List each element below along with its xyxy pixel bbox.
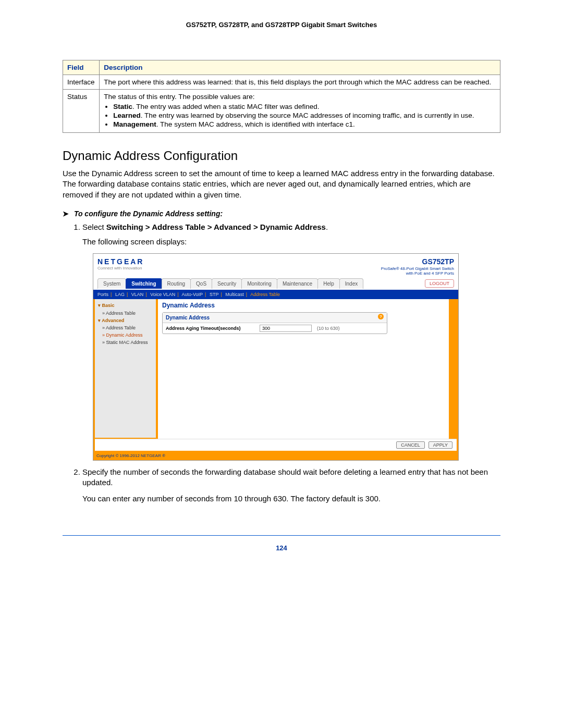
document-header: GS752TP, GS728TP, and GS728TPP Gigabit S… bbox=[63, 21, 500, 29]
section-heading: Dynamic Address Configuration bbox=[63, 149, 500, 163]
content-title: Dynamic Address bbox=[158, 299, 449, 312]
sidemenu-adv-address-table[interactable]: » Address Table bbox=[102, 325, 153, 331]
status-intro: The status of this entry. The possible v… bbox=[104, 93, 254, 101]
dynamic-address-panel: Dynamic Address ? Address Aging Timeout(… bbox=[162, 312, 387, 335]
aging-timeout-label: Address Aging Timeout(seconds) bbox=[166, 325, 260, 331]
sub-navigation: Ports| LAG| VLAN| Voice VLAN| Auto-VoIP|… bbox=[93, 290, 458, 299]
content-area: Dynamic Address Dynamic Address ? Addres… bbox=[158, 299, 449, 439]
step-1-after: The following screen displays: bbox=[82, 237, 500, 247]
subnav-multicast[interactable]: Multicast bbox=[225, 292, 244, 297]
aging-timeout-input[interactable] bbox=[260, 325, 312, 332]
arrow-icon: ➤ bbox=[63, 209, 69, 218]
subnav-ports[interactable]: Ports bbox=[97, 292, 108, 297]
status-bullet: Management. The system MAC address, whic… bbox=[113, 120, 496, 128]
sidemenu-advanced[interactable]: ▾ Advanced bbox=[98, 317, 153, 324]
step-2: Specify the number of seconds the forwar… bbox=[82, 467, 500, 504]
cell-field: Interface bbox=[63, 75, 100, 90]
tab-security[interactable]: Security bbox=[212, 278, 242, 289]
subnav-lag[interactable]: LAG bbox=[115, 292, 125, 297]
tab-monitoring[interactable]: Monitoring bbox=[241, 278, 277, 289]
status-bullet: Static. The entry was added when a stati… bbox=[113, 103, 496, 110]
tab-index[interactable]: Index bbox=[339, 278, 363, 289]
sidemenu-address-table[interactable]: » Address Table bbox=[102, 310, 153, 316]
subnav-address-table[interactable]: Address Table bbox=[250, 292, 280, 297]
cell-desc: The status of this entry. The possible v… bbox=[100, 90, 500, 133]
logout-button[interactable]: LOGOUT bbox=[425, 279, 454, 288]
cell-field: Status bbox=[63, 90, 100, 133]
help-icon[interactable]: ? bbox=[378, 314, 384, 319]
tab-switching[interactable]: Switching bbox=[126, 278, 162, 289]
tab-help[interactable]: Help bbox=[317, 278, 340, 289]
cell-desc: The port where this address was learned:… bbox=[100, 75, 500, 90]
cancel-button[interactable]: CANCEL bbox=[396, 441, 425, 449]
side-menu: ▾ Basic » Address Table ▾ Advanced » Add… bbox=[95, 299, 156, 438]
step-2-after: You can enter any number of seconds from… bbox=[82, 493, 500, 504]
tab-system[interactable]: System bbox=[97, 278, 126, 289]
subnav-stp[interactable]: STP bbox=[210, 292, 219, 297]
field-description-table: Field Description Interface The port whe… bbox=[63, 60, 500, 133]
subnav-auto-voip[interactable]: Auto-VoIP bbox=[182, 292, 203, 297]
tab-maintenance[interactable]: Maintenance bbox=[277, 278, 318, 289]
procedure-heading: ➤ To configure the Dynamic Address setti… bbox=[63, 209, 500, 218]
section-intro: Use the Dynamic Address screen to set th… bbox=[63, 168, 500, 200]
logo-tagline: Connect with Innovation bbox=[97, 266, 142, 272]
step-1: Select Switching > Address Table > Advan… bbox=[82, 222, 500, 461]
aging-timeout-range: (10 to 630) bbox=[317, 325, 340, 331]
subnav-voice-vlan[interactable]: Voice VLAN bbox=[150, 292, 175, 297]
subnav-vlan[interactable]: VLAN bbox=[131, 292, 144, 297]
panel-header: Dynamic Address ? bbox=[163, 313, 387, 324]
th-description: Description bbox=[100, 60, 500, 75]
apply-button[interactable]: APPLY bbox=[429, 441, 452, 449]
tab-routing[interactable]: Routing bbox=[162, 278, 191, 289]
status-bullet: Learned. The entry was learned by observ… bbox=[113, 112, 496, 119]
product-info: GS752TP ProSafe® 48-Port Gigabit Smart S… bbox=[381, 257, 454, 276]
tab-qos[interactable]: QoS bbox=[190, 278, 212, 289]
sidemenu-dynamic-address[interactable]: » Dynamic Address bbox=[102, 332, 153, 338]
th-field: Field bbox=[63, 60, 100, 75]
screenshot-copyright: Copyright © 1996-2012 NETGEAR ® bbox=[93, 452, 458, 460]
page-number: 124 bbox=[63, 535, 500, 552]
sidemenu-static-mac[interactable]: » Static MAC Address bbox=[102, 339, 153, 346]
sidemenu-basic[interactable]: ▾ Basic bbox=[98, 302, 153, 309]
app-screenshot: NETGEAR GS752TP ProSafe® 48-Port Gigabit… bbox=[93, 253, 459, 461]
